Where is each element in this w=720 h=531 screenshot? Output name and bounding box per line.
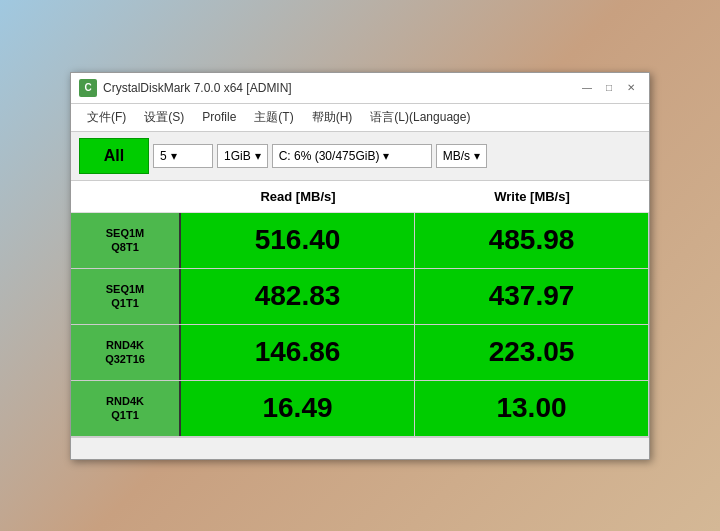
write-rnd4k-q32t16: 223.05 xyxy=(415,325,649,380)
header-label xyxy=(71,181,181,212)
header-write: Write [MB/s] xyxy=(415,181,649,212)
header-read: Read [MB/s] xyxy=(181,181,415,212)
title-bar: C CrystalDiskMark 7.0.0 x64 [ADMIN] — □ … xyxy=(71,73,649,104)
main-window: C CrystalDiskMark 7.0.0 x64 [ADMIN] — □ … xyxy=(70,72,650,460)
write-seq1m-q1t1: 437.97 xyxy=(415,269,649,324)
unit-dropdown[interactable]: MB/s ▾ xyxy=(436,144,487,168)
table-row: SEQ1MQ8T1 516.40 485.98 xyxy=(71,213,649,269)
read-rnd4k-q32t16: 146.86 xyxy=(181,325,415,380)
all-button[interactable]: All xyxy=(79,138,149,174)
maximize-button[interactable]: □ xyxy=(599,79,619,97)
title-bar-left: C CrystalDiskMark 7.0.0 x64 [ADMIN] xyxy=(79,79,292,97)
write-rnd4k-q1t1: 13.00 xyxy=(415,381,649,436)
size-dropdown[interactable]: 1GiB ▾ xyxy=(217,144,268,168)
app-icon: C xyxy=(79,79,97,97)
window-title: CrystalDiskMark 7.0.0 x64 [ADMIN] xyxy=(103,81,292,95)
minimize-button[interactable]: — xyxy=(577,79,597,97)
table-row: RND4KQ32T16 146.86 223.05 xyxy=(71,325,649,381)
menu-settings[interactable]: 设置(S) xyxy=(136,106,192,129)
read-seq1m-q8t1: 516.40 xyxy=(181,213,415,268)
menu-theme[interactable]: 主题(T) xyxy=(246,106,301,129)
table-row: SEQ1MQ1T1 482.83 437.97 xyxy=(71,269,649,325)
row-label-rnd4k-q32t16: RND4KQ32T16 xyxy=(71,325,181,380)
menu-profile[interactable]: Profile xyxy=(194,107,244,127)
table-row: RND4KQ1T1 16.49 13.00 xyxy=(71,381,649,437)
row-label-seq1m-q1t1: SEQ1MQ1T1 xyxy=(71,269,181,324)
menu-file[interactable]: 文件(F) xyxy=(79,106,134,129)
write-seq1m-q8t1: 485.98 xyxy=(415,213,649,268)
menu-help[interactable]: 帮助(H) xyxy=(304,106,361,129)
read-seq1m-q1t1: 482.83 xyxy=(181,269,415,324)
menu-bar: 文件(F) 设置(S) Profile 主题(T) 帮助(H) 语言(L)(La… xyxy=(71,104,649,132)
read-rnd4k-q1t1: 16.49 xyxy=(181,381,415,436)
row-label-seq1m-q8t1: SEQ1MQ8T1 xyxy=(71,213,181,268)
row-label-rnd4k-q1t1: RND4KQ1T1 xyxy=(71,381,181,436)
close-button[interactable]: ✕ xyxy=(621,79,641,97)
toolbar: All 5 ▾ 1GiB ▾ C: 6% (30/475GiB) ▾ MB/s … xyxy=(71,132,649,181)
results-table: Read [MB/s] Write [MB/s] SEQ1MQ8T1 516.4… xyxy=(71,181,649,437)
table-header: Read [MB/s] Write [MB/s] xyxy=(71,181,649,213)
drive-dropdown[interactable]: C: 6% (30/475GiB) ▾ xyxy=(272,144,432,168)
count-dropdown[interactable]: 5 ▾ xyxy=(153,144,213,168)
menu-language[interactable]: 语言(L)(Language) xyxy=(362,106,478,129)
window-controls: — □ ✕ xyxy=(577,79,641,97)
status-bar xyxy=(71,437,649,459)
